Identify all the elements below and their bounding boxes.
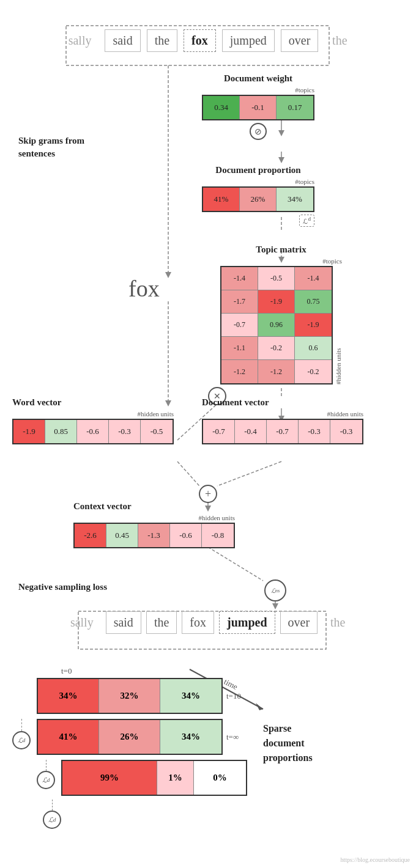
word-vector-row: -1.9 0.85 -0.6 -0.3 -0.5 — [12, 419, 174, 444]
tm-2-1: 0.96 — [258, 314, 295, 337]
svg-line-16 — [177, 462, 199, 486]
ld-circle-1: ℒd — [12, 731, 31, 749]
doc-prop-row: 41% 26% 34% — [202, 186, 314, 212]
doc-prop-section: Document proportion #topics 41% 26% 34% … — [202, 165, 314, 227]
word-vector-section: Word vector #hidden units -1.9 0.85 -0.6… — [12, 397, 174, 444]
dv-cell-4: -0.3 — [330, 420, 362, 443]
t10-label: t=10 — [226, 691, 241, 701]
bar1-cell0: 34% — [38, 679, 99, 713]
tm-0-0: -1.4 — [221, 267, 258, 290]
word-vector-label: Word vector — [12, 397, 174, 408]
doc-vector-section: Document vector #hidden units -0.7 -0.4 … — [202, 397, 363, 444]
bar-final: 99% 1% 0% — [61, 760, 247, 796]
tm-1-2: 0.75 — [295, 290, 332, 314]
topic-matrix-side-label: #hidden units — [335, 266, 342, 384]
doc-vector-hashtag: #hidden units — [202, 410, 363, 417]
tm-1-1: -1.9 — [258, 290, 295, 314]
word-vector-hashtag: #hidden units — [12, 410, 174, 417]
topic-matrix-section: Topic matrix #topics -1.4 -0.5 -1.4 -1.7… — [220, 245, 342, 405]
plus-icon-container: + — [199, 485, 217, 503]
sparse-doc-proportions-label: Sparsedocumentproportions — [263, 721, 313, 765]
word-said-top: said — [105, 29, 140, 52]
wv-cell-0: -1.9 — [13, 420, 45, 443]
skip-grams-label: Skip grams from sentences — [18, 134, 84, 160]
plus-icon: + — [199, 485, 217, 503]
doc-weight-hashtag: #topics — [202, 86, 314, 94]
normalize-icon: ⊘ — [250, 123, 267, 140]
word-jumped-top: jumped — [222, 29, 275, 52]
wv-cell-4: -0.5 — [141, 420, 173, 443]
context-vector-hashtag: #hidden units — [73, 514, 235, 521]
svg-marker-22 — [272, 603, 278, 609]
dw-cell-1: -0.1 — [240, 96, 277, 119]
word-fox-bot: fox — [182, 611, 214, 634]
bar1-cell2: 34% — [160, 679, 221, 713]
cv-cell-1: 0.45 — [106, 524, 138, 547]
word-over-bot: over — [280, 611, 318, 634]
bar2-cell1: 26% — [99, 720, 160, 754]
svg-line-17 — [217, 462, 281, 486]
tm-3-2: 0.6 — [295, 337, 332, 360]
cv-cell-2: -1.3 — [138, 524, 170, 547]
tm-2-2: -1.9 — [295, 314, 332, 337]
bar3-cell2: 0% — [194, 761, 246, 795]
topic-matrix-grid: -1.4 -0.5 -1.4 -1.7 -1.9 0.75 -0.7 0.96 … — [220, 266, 333, 384]
tm-4-1: -1.2 — [258, 360, 295, 383]
wv-cell-2: -0.6 — [77, 420, 109, 443]
ld-badge-1: ℒd — [299, 215, 314, 227]
word-said-bot: said — [106, 611, 141, 634]
dw-cell-2: 0.17 — [277, 96, 313, 119]
doc-weight-section: Document weight #topics 0.34 -0.1 0.17 ⊘ — [202, 73, 314, 142]
dp-cell-0: 41% — [203, 188, 240, 211]
bar-t10: 34% 32% 34% — [37, 678, 223, 714]
fox-word-label: fox — [128, 275, 160, 302]
dp-cell-1: 26% — [240, 188, 277, 211]
cv-cell-4: -0.8 — [202, 524, 234, 547]
watermark: https://blog.ecourseboutique — [340, 856, 410, 863]
tm-2-0: -0.7 — [221, 314, 258, 337]
bar2-cell0: 41% — [38, 720, 99, 754]
tinf-label: t=∞ — [226, 732, 239, 742]
context-vector-section: Context vector #hidden units -2.6 0.45 -… — [73, 501, 235, 548]
word-fox-top: fox — [184, 29, 216, 52]
doc-weight-row: 0.34 -0.1 0.17 — [202, 95, 314, 120]
cv-cell-0: -2.6 — [75, 524, 106, 547]
doc-vector-label: Document vector — [202, 397, 363, 408]
stacked-bars-section: t=0 34% 32% 34% t=10 ℒd 41% 26% — [12, 666, 247, 829]
topic-matrix-hashtag: #topics — [220, 257, 342, 265]
bar3-cell1: 1% — [157, 761, 194, 795]
word-the2-bot: the — [322, 612, 353, 633]
bar-tinf: 41% 26% 34% — [37, 719, 223, 755]
word-the2-top: the — [324, 30, 355, 51]
dv-cell-1: -0.4 — [235, 420, 267, 443]
tm-4-0: -1.2 — [221, 360, 258, 383]
top-word-row: sally said the fox jumped over the — [0, 0, 416, 52]
tm-3-0: -1.1 — [221, 337, 258, 360]
word-the-top: the — [147, 29, 177, 52]
dv-cell-2: -0.7 — [267, 420, 299, 443]
neg-sampling-label-container: Negative sampling loss — [18, 582, 107, 592]
svg-line-20 — [208, 547, 263, 581]
context-vector-label: Context vector — [73, 501, 235, 512]
word-sally-top: sally — [61, 30, 99, 51]
tm-1-0: -1.7 — [221, 290, 258, 314]
word-over-top: over — [281, 29, 319, 52]
dv-cell-0: -0.7 — [203, 420, 235, 443]
svg-marker-2 — [165, 272, 171, 278]
word-the-bot: the — [146, 611, 177, 634]
svg-marker-25 — [256, 703, 263, 710]
word-jumped-bot: jumped — [219, 611, 275, 634]
main-diagram: time sally said the fox jumped over the … — [0, 0, 416, 868]
svg-marker-6 — [278, 157, 284, 163]
word-sally-bot: sally — [63, 612, 101, 633]
bar1-cell1: 32% — [99, 679, 160, 713]
wv-cell-3: -0.3 — [109, 420, 141, 443]
doc-prop-label: Document proportion — [202, 165, 314, 175]
tm-4-2: -0.2 — [295, 360, 332, 383]
dp-cell-2: 34% — [277, 188, 313, 211]
topic-matrix-label: Topic matrix — [220, 245, 342, 255]
ld-circle-3: ℒd — [43, 811, 61, 829]
bar2-cell2: 34% — [160, 720, 221, 754]
tm-0-1: -0.5 — [258, 267, 295, 290]
dw-cell-0: 0.34 — [203, 96, 240, 119]
